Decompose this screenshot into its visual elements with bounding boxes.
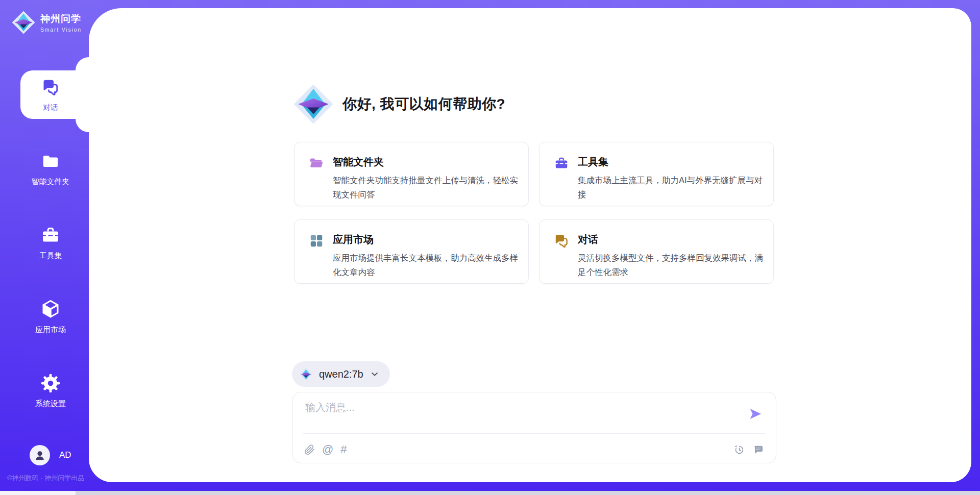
- chat-bubbles-icon: [554, 233, 569, 249]
- brand-logo: 神州问学 Smart Vision: [11, 10, 82, 35]
- grid-icon: [309, 233, 324, 249]
- card-description: 智能文件夹功能支持批量文件上传与清洗，轻松实现文件问答: [333, 173, 526, 202]
- card-chat[interactable]: 对话 灵活切换多模型文件，支持多样回复效果调试，满足个性化需求: [539, 219, 774, 284]
- sidebar-item-label: 工具集: [39, 251, 62, 261]
- chat-bubbles-icon: [41, 77, 60, 98]
- message-input[interactable]: [305, 401, 742, 431]
- send-icon: [748, 407, 763, 421]
- history-button[interactable]: [733, 444, 745, 456]
- folder-open-icon: [309, 156, 324, 171]
- composer: @ #: [292, 392, 776, 463]
- send-button[interactable]: [748, 407, 763, 421]
- comment-button[interactable]: [752, 443, 765, 456]
- toolbox-icon: [40, 225, 61, 246]
- history-icon: [733, 444, 745, 456]
- comment-icon: [752, 443, 765, 456]
- sidebar-item-chat[interactable]: 对话: [0, 70, 89, 119]
- folder-icon: [41, 151, 60, 172]
- card-description: 灵活切换多模型文件，支持多样回复效果调试，满足个性化需求: [578, 251, 771, 279]
- card-title: 工具集: [578, 155, 771, 169]
- card-title: 应用市场: [333, 233, 526, 246]
- card-app-market[interactable]: 应用市场 应用市场提供丰富长文本模板，助力高效生成多样化文章内容: [294, 219, 529, 284]
- paperclip-icon: [304, 444, 315, 455]
- sidebar-item-app-market[interactable]: 应用市场: [0, 292, 89, 341]
- bottom-strip: [0, 491, 980, 495]
- toolbox-icon: [554, 156, 569, 171]
- user-name: AD: [59, 450, 71, 460]
- card-description: 集成市场上主流工具，助力AI与外界无缝扩展与对接: [578, 173, 771, 202]
- composer-toolbar: @ #: [304, 441, 765, 458]
- person-icon: [33, 449, 46, 462]
- assistant-diamond-icon: [292, 83, 334, 125]
- main-panel: 你好, 我可以如何帮助你? 智能文件夹 智能文件夹功能支持批量文件上传与清洗，轻…: [89, 8, 971, 482]
- hash-icon: #: [340, 443, 347, 456]
- hash-button[interactable]: #: [340, 444, 347, 455]
- card-toolset[interactable]: 工具集 集成市场上主流工具，助力AI与外界无缝扩展与对接: [539, 142, 774, 206]
- sidebar-item-label: 对话: [43, 103, 58, 113]
- mention-icon: @: [322, 443, 333, 456]
- card-smart-folder[interactable]: 智能文件夹 智能文件夹功能支持批量文件上传与清洗，轻松实现文件问答: [294, 142, 529, 206]
- chevron-down-icon: [370, 369, 380, 379]
- card-title: 对话: [578, 233, 771, 246]
- cube-icon: [40, 299, 61, 320]
- sidebar-item-label: 系统设置: [35, 399, 66, 409]
- brand-name: 神州问学: [40, 12, 82, 26]
- composer-divider: [303, 433, 766, 434]
- sidebar-nav: 对话 智能文件夹 工具集: [0, 70, 89, 440]
- avatar: [30, 445, 50, 465]
- card-title: 智能文件夹: [333, 155, 526, 169]
- sidebar-item-label: 应用市场: [35, 325, 66, 335]
- gear-icon: [40, 373, 61, 394]
- sidebar-item-label: 智能文件夹: [32, 177, 70, 187]
- sidebar-item-toolset[interactable]: 工具集: [0, 218, 89, 267]
- brand-subtitle: Smart Vision: [40, 27, 82, 33]
- greeting: 你好, 我可以如何帮助你?: [292, 83, 505, 125]
- tab-fillet-bottom: [76, 119, 89, 132]
- card-body: 智能文件夹 智能文件夹功能支持批量文件上传与清洗，轻松实现文件问答: [333, 155, 526, 206]
- diamond-logo-icon: [299, 367, 313, 381]
- user-account[interactable]: AD: [30, 445, 71, 465]
- copyright: ©神州数码 · 神州问学出品: [7, 474, 84, 483]
- attach-button[interactable]: [304, 444, 315, 455]
- feature-cards: 智能文件夹 智能文件夹功能支持批量文件上传与清洗，轻松实现文件问答 工具集 集成…: [294, 142, 776, 284]
- sidebar: 神州问学 Smart Vision 对话 智能文件夹: [0, 0, 89, 495]
- card-body: 工具集 集成市场上主流工具，助力AI与外界无缝扩展与对接: [578, 155, 771, 206]
- card-body: 对话 灵活切换多模型文件，支持多样回复效果调试，满足个性化需求: [578, 233, 771, 283]
- brand-text: 神州问学 Smart Vision: [40, 12, 82, 33]
- sidebar-item-settings[interactable]: 系统设置: [0, 366, 89, 415]
- composer-tools-right: [733, 443, 765, 456]
- card-body: 应用市场 应用市场提供丰富长文本模板，助力高效生成多样化文章内容: [333, 233, 526, 283]
- mention-button[interactable]: @: [322, 444, 333, 455]
- greeting-title: 你好, 我可以如何帮助你?: [342, 94, 505, 114]
- sidebar-item-smart-folder[interactable]: 智能文件夹: [0, 144, 89, 193]
- model-selector[interactable]: qwen2:7b: [292, 361, 390, 387]
- diamond-logo-icon: [11, 10, 36, 35]
- model-name: qwen2:7b: [319, 368, 363, 380]
- bottom-strip-left: [0, 491, 76, 495]
- composer-tools-left: @ #: [304, 444, 347, 455]
- card-description: 应用市场提供丰富长文本模板，助力高效生成多样化文章内容: [333, 251, 526, 279]
- tab-fillet-top: [76, 57, 89, 70]
